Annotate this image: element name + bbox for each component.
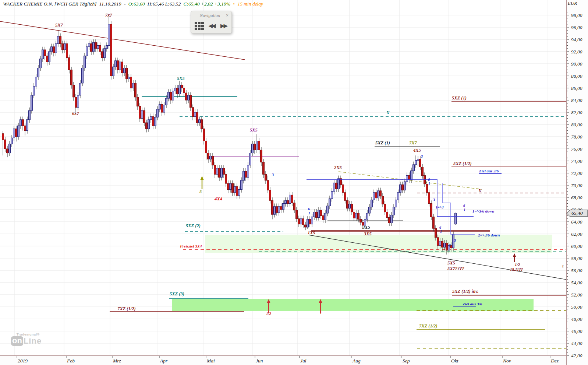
candle-up [406,176,408,182]
price-axis-label: 80,00 [571,122,582,127]
candle-up [230,183,231,190]
annotation-label: 4X4 [214,196,222,201]
candle-up [148,120,150,129]
fast-forward-icon[interactable]: ▶▶ [220,23,228,29]
price-axis-label: 54,00 [571,280,582,285]
candle-up [338,179,340,189]
candle-up [119,62,121,70]
close-icon[interactable]: × [226,13,229,18]
price-axis-label: 52,00 [571,292,582,298]
candle-up [285,200,287,203]
candle-up [194,112,196,117]
candle-up [168,92,170,98]
grid-icon[interactable] [195,22,204,30]
candle-down [384,204,386,212]
rewind-icon[interactable]: ◀◀ [208,23,216,29]
candle-up [221,168,223,178]
candle-down [214,165,216,175]
candle-down [380,191,382,196]
candle-up [355,213,357,218]
candle-up [199,120,201,123]
candle-up [77,95,79,108]
candle-down [446,243,448,250]
candle-down [68,58,70,70]
candle-up [439,241,441,246]
candle-up [115,61,117,67]
annotation-label: 1 [562,264,564,268]
annotation-label: Preisziel 3X4 [180,244,202,248]
time-axis-strip[interactable] [0,356,588,365]
candle-down [347,200,348,208]
annotation-label: 5X7???? [447,266,464,271]
time-axis-month-label: 2019 [18,358,28,364]
candle-down [121,62,123,73]
candle-down [62,44,64,50]
price-axis-label: 76,00 [571,146,582,152]
title-dash: - [124,1,126,7]
annotation-label: 3 [449,243,451,248]
candle-down [422,167,424,176]
candle-up [417,159,419,160]
candle-down [205,141,207,153]
candle-up [188,95,189,100]
annotation-label: 5X5 [177,76,185,81]
candle-up [64,44,66,50]
candle-down [177,88,178,94]
candle-up [13,129,15,138]
candle-up [444,243,446,248]
time-axis-month-label: Jun [256,358,263,364]
candle-down [265,174,267,180]
candle-down [190,95,192,108]
chart-plot-area[interactable]: 5X77x76x75X5X5X554X43612X51X53X53X55XZ (… [0,0,588,365]
candle-down [46,56,48,62]
candle-down [298,219,300,224]
navigation-panel[interactable]: Navigation × ◀◀ ▶▶ [191,11,232,34]
candle-up [179,85,181,94]
candle-up [29,110,31,120]
candle-down [99,46,101,52]
candle-down [402,185,404,190]
candle-down [192,108,194,117]
delay-note: 15 min delay [237,1,263,7]
candle-down [287,200,289,203]
candle-down [424,176,426,184]
annotation-label: 1X5 [308,230,315,235]
annotation-label: 5X5 [447,260,455,266]
price-axis-label: 64,00 [571,219,582,225]
candle-down [7,149,8,153]
quote-date: 11.10.2019 [99,1,121,7]
candle-up [278,207,280,213]
price-axis-label: 48,00 [571,316,582,322]
candle-up [108,24,110,46]
candle-up [141,110,143,118]
candle-down [135,83,137,97]
annotation-label: 3X5 [364,231,372,236]
price-axis-label: 94,00 [571,37,582,42]
candle-up [42,50,44,59]
candle-up [157,109,159,117]
price-axis-label: 68,00 [571,195,582,200]
annotation-label: 5XZ (3) [170,291,184,296]
time-axis-month-label: Apr [160,358,168,364]
candle-down [144,110,145,123]
candle-up [307,219,309,227]
candle-down [431,204,432,217]
candle-up [150,117,152,120]
candle-up [159,105,161,109]
navigation-header[interactable]: Navigation × [191,11,231,20]
candle-up [311,217,313,224]
candle-up [49,52,50,62]
annotation-label: 7XZ (1/2) [117,306,136,311]
candle-down [280,207,282,210]
annotation-label: 1 [464,208,465,212]
candle-down [137,97,139,106]
candle-down [437,238,439,245]
candle-up [9,144,11,153]
candle-up [349,204,351,208]
candle-up [397,193,399,200]
candle-down [375,193,377,198]
candle-down [336,183,337,189]
candle-down [201,120,203,129]
arrow-up-olive-head [201,176,204,180]
annotation-label: 7x7 [105,13,113,18]
